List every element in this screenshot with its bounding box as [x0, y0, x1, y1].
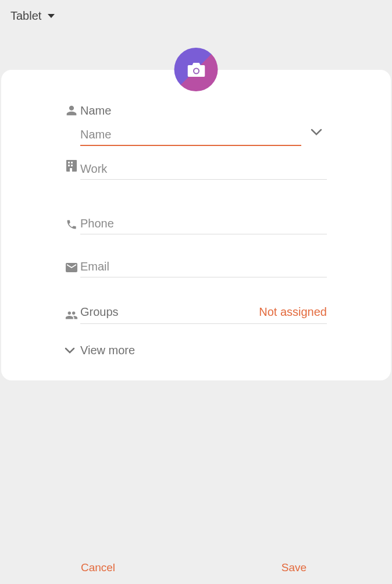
svg-rect-7: [68, 165, 70, 166]
storage-selector[interactable]: Tablet: [0, 0, 392, 32]
footer-actions: Cancel Save: [0, 551, 392, 584]
contact-avatar[interactable]: [174, 48, 218, 91]
contact-form-card: Name: [1, 70, 391, 380]
save-button[interactable]: Save: [196, 551, 392, 584]
groups-field[interactable]: Groups Not assigned: [80, 305, 327, 324]
building-icon: [63, 159, 80, 172]
work-input[interactable]: [80, 159, 327, 180]
view-more-toggle[interactable]: View more: [1, 344, 391, 357]
phone-input[interactable]: [80, 213, 327, 234]
svg-rect-8: [71, 165, 73, 166]
groups-value: Not assigned: [259, 305, 327, 319]
email-input[interactable]: [80, 257, 327, 277]
cancel-button[interactable]: Cancel: [0, 551, 196, 584]
groups-icon: [63, 309, 80, 320]
view-more-label: View more: [80, 344, 135, 357]
storage-label: Tablet: [10, 9, 41, 23]
chevron-down-icon[interactable]: [311, 128, 322, 136]
svg-rect-6: [71, 162, 73, 163]
name-section-label: Name: [80, 104, 327, 117]
email-icon: [63, 262, 80, 272]
person-icon: [63, 104, 80, 116]
groups-label: Groups: [80, 305, 119, 319]
name-input[interactable]: [80, 124, 301, 146]
caret-down-icon: [47, 13, 55, 19]
chevron-down-icon: [59, 347, 80, 354]
phone-icon: [63, 218, 80, 230]
svg-rect-9: [70, 168, 72, 172]
camera-icon: [187, 62, 205, 77]
svg-rect-5: [68, 162, 70, 163]
svg-point-2: [194, 69, 198, 73]
